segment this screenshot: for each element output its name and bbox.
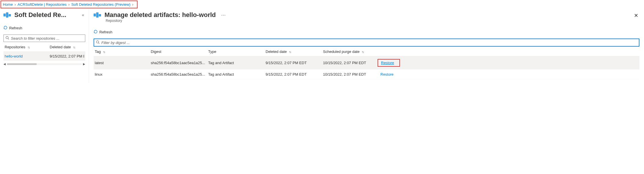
collapse-sidebar-button[interactable]: « [81, 12, 85, 18]
sort-icon: ↑↓ [289, 50, 291, 53]
page-title: Manage deleted artifacts: hello-world [105, 11, 216, 19]
column-header-label: Scheduled purge date [323, 49, 359, 54]
scroll-left-icon[interactable]: ◀ [3, 62, 6, 66]
table-row[interactable]: linuxsha256:f54a58bc1aac5ea1a25...Tag an… [94, 70, 639, 79]
restore-highlight-box: Restore [378, 59, 400, 67]
scroll-thumb[interactable] [7, 63, 37, 65]
more-actions-button[interactable]: ⋯ [219, 12, 228, 18]
refresh-label: Refresh [99, 30, 113, 34]
refresh-icon [94, 30, 98, 35]
horizontal-scrollbar[interactable]: ◀ ▶ [3, 62, 85, 66]
repo-name-link[interactable]: hello-world [5, 54, 50, 58]
column-header-label: Type [208, 49, 216, 54]
search-icon [96, 40, 100, 45]
sort-icon: ↑↓ [28, 45, 30, 49]
cell-tag: latest [95, 61, 151, 65]
svg-rect-6 [96, 12, 98, 18]
search-icon [5, 36, 9, 41]
cell-type: Tag and Artifact [208, 72, 266, 77]
column-header-deleted-date[interactable]: Deleted date ↑↓ [50, 45, 84, 49]
svg-rect-0 [3, 14, 6, 16]
column-header-purge-date[interactable]: Scheduled purge date ↑↓ [323, 49, 380, 54]
svg-rect-1 [6, 12, 8, 18]
column-header-tag[interactable]: Tag ↑↓ [95, 49, 151, 54]
main-panel: ✕ Manage deleted artifacts: hello-world … [89, 9, 644, 83]
main-refresh-button[interactable]: Refresh [94, 30, 639, 35]
repo-row[interactable]: hello-world 9/15/2022, 2:07 PM E [3, 52, 85, 61]
restore-button[interactable]: Restore [380, 72, 394, 77]
refresh-label: Refresh [9, 26, 22, 30]
breadcrumb-link-home[interactable]: Home [3, 2, 13, 7]
column-header-action [380, 49, 406, 54]
svg-line-4 [8, 39, 9, 39]
main-filter-box[interactable] [94, 39, 639, 47]
container-registry-icon [94, 12, 102, 18]
sidebar-search-input[interactable] [11, 36, 83, 41]
column-header-repositories[interactable]: Repositories ↑↓ [5, 45, 50, 49]
refresh-icon [3, 26, 7, 30]
chevron-right-icon: › [15, 2, 16, 7]
scroll-track[interactable] [7, 63, 82, 65]
sort-icon: ↑↓ [362, 50, 364, 53]
cell-action: Restore [380, 59, 406, 67]
cell-purge-date: 10/15/2022, 2:07 PM EDT [323, 61, 380, 65]
sort-icon: ↑↓ [103, 50, 105, 53]
column-header-type[interactable]: Type [208, 49, 266, 54]
column-header-label: Deleted date [266, 49, 287, 54]
column-header-digest[interactable]: Digest [151, 49, 208, 54]
column-header-label: Deleted date [50, 45, 71, 49]
svg-rect-7 [99, 14, 101, 16]
svg-point-3 [6, 37, 8, 39]
cell-tag: linux [95, 72, 151, 77]
column-header-label: Tag [95, 49, 101, 54]
restore-button[interactable]: Restore [381, 61, 394, 65]
cell-type: Tag and Artifact [208, 61, 266, 65]
sidebar-search-box[interactable] [3, 35, 85, 42]
svg-rect-2 [9, 14, 11, 16]
svg-point-8 [96, 41, 99, 43]
table-row[interactable]: latestsha256:f54a58bc1aac5ea1a25...Tag a… [94, 56, 639, 70]
cell-purge-date: 10/15/2022, 2:07 PM EDT [323, 72, 380, 77]
column-header-label: Digest [151, 49, 161, 54]
sidebar: Soft Deleted Re... « Refresh Repositorie… [0, 9, 89, 83]
scroll-right-icon[interactable]: ▶ [83, 62, 85, 66]
sidebar-refresh-button[interactable]: Refresh [3, 26, 85, 30]
cell-digest: sha256:f54a58bc1aac5ea1a25... [151, 61, 208, 65]
cell-digest: sha256:f54a58bc1aac5ea1a25... [151, 72, 208, 77]
repo-deleted-date: 9/15/2022, 2:07 PM E [50, 54, 84, 58]
svg-rect-5 [94, 14, 96, 16]
cell-action: Restore [380, 72, 406, 77]
breadcrumb-link-acr[interactable]: ACRSoftDelete | Repositories [18, 2, 67, 7]
sort-icon: ↑↓ [73, 45, 75, 49]
main-filter-input[interactable] [101, 41, 637, 45]
svg-line-9 [98, 43, 99, 44]
chevron-right-icon: › [68, 2, 69, 7]
column-header-label: Repositories [5, 45, 25, 49]
chevron-right-icon: › [132, 2, 133, 7]
close-button[interactable]: ✕ [633, 11, 639, 20]
column-header-deleted-date[interactable]: Deleted date ↑↓ [266, 49, 323, 54]
sidebar-title: Soft Deleted Re... [14, 11, 78, 19]
container-registry-icon [3, 12, 11, 18]
cell-deleted-date: 9/15/2022, 2:07 PM EDT [266, 61, 323, 65]
breadcrumb: Home › ACRSoftDelete | Repositories › So… [1, 1, 138, 8]
cell-deleted-date: 9/15/2022, 2:07 PM EDT [266, 72, 323, 77]
breadcrumb-link-softdeleted[interactable]: Soft Deleted Repositories (Preview) [71, 2, 130, 7]
page-subtitle: Repository [106, 19, 639, 23]
